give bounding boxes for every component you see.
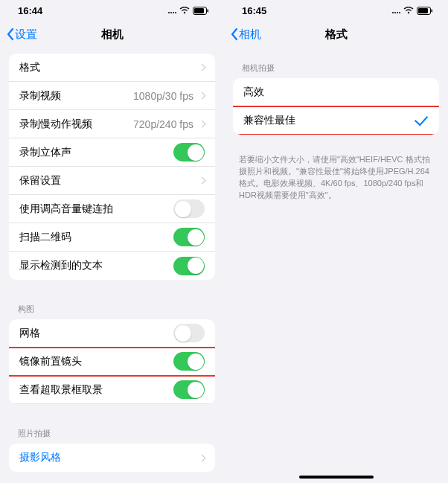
status-time: 16:45 xyxy=(242,5,266,16)
svg-point-4 xyxy=(184,12,185,13)
chevron-left-icon xyxy=(6,28,15,41)
row-most-compatible[interactable]: 兼容性最佳 xyxy=(233,106,439,135)
chevron-right-icon xyxy=(199,92,206,100)
chevron-left-icon xyxy=(230,28,239,41)
footer-format: 若要缩小文件大小，请使用"高效"HEIF/HEVC 格式拍摄照片和视频。"兼容性… xyxy=(224,150,448,209)
svg-rect-14 xyxy=(418,8,428,13)
switch-mirror-front[interactable] xyxy=(173,352,205,371)
row-grid[interactable]: 网格 xyxy=(9,319,215,348)
group-photo: 摄影风格 xyxy=(9,444,215,472)
section-header-photo: 照片拍摄 xyxy=(0,419,224,444)
svg-rect-7 xyxy=(208,9,209,12)
row-mirror-front[interactable]: 镜像前置镜头 xyxy=(9,348,215,376)
settings-content: 格式 录制视频 1080p/30 fps 录制慢动作视频 720p/240 fp… xyxy=(0,48,224,483)
svg-point-1 xyxy=(170,12,172,13)
row-label: 保留设置 xyxy=(19,174,61,188)
svg-rect-6 xyxy=(194,8,204,13)
row-label: 使用调高音量键连拍 xyxy=(19,202,113,216)
chevron-right-icon xyxy=(199,177,206,185)
row-photographic-styles[interactable]: 摄影风格 xyxy=(9,444,215,472)
svg-point-3 xyxy=(175,12,176,13)
svg-point-2 xyxy=(173,12,174,13)
row-record-video[interactable]: 录制视频 1080p/30 fps xyxy=(9,82,215,110)
row-label: 显示检测到的文本 xyxy=(19,259,103,272)
status-icons xyxy=(391,7,433,15)
cellular-icon xyxy=(391,7,400,14)
row-value: 1080p/30 fps xyxy=(133,90,205,102)
status-icons xyxy=(167,7,209,15)
row-stereo[interactable]: 录制立体声 xyxy=(9,138,215,167)
battery-icon xyxy=(193,7,209,15)
battery-icon xyxy=(417,7,433,15)
cellular-icon xyxy=(167,7,176,14)
back-label: 设置 xyxy=(15,28,37,42)
svg-point-0 xyxy=(168,12,170,13)
svg-point-8 xyxy=(392,12,394,13)
row-label: 摄影风格 xyxy=(19,451,61,464)
chevron-right-icon xyxy=(199,64,206,71)
row-detect-text[interactable]: 显示检测到的文本 xyxy=(9,252,215,280)
svg-point-10 xyxy=(397,12,398,13)
row-label: 查看超取景框取景 xyxy=(19,383,103,397)
status-time: 16:44 xyxy=(18,5,42,16)
svg-point-12 xyxy=(408,12,409,13)
row-high-efficiency[interactable]: 高效 xyxy=(233,78,439,106)
row-formats[interactable]: 格式 xyxy=(9,54,215,82)
row-scan-qr[interactable]: 扫描二维码 xyxy=(9,223,215,252)
switch-detect-text[interactable] xyxy=(173,257,205,275)
row-record-slomo[interactable]: 录制慢动作视频 720p/240 fps xyxy=(9,110,215,138)
formats-content: 相机拍摄 高效 兼容性最佳 若要缩小文件大小，请使用"高效"HEIF/HEVC … xyxy=(224,48,448,209)
switch-scan-qr[interactable] xyxy=(173,228,205,246)
section-header-camera-capture: 相机拍摄 xyxy=(224,54,448,78)
chevron-right-icon xyxy=(199,454,206,461)
wifi-icon xyxy=(179,7,190,14)
row-label: 录制慢动作视频 xyxy=(19,118,92,131)
group-capture: 格式 录制视频 1080p/30 fps 录制慢动作视频 720p/240 fp… xyxy=(9,54,215,280)
group-composition: 网格 镜像前置镜头 查看超取景框取景 xyxy=(9,319,215,404)
svg-rect-15 xyxy=(432,9,433,12)
switch-volume-burst[interactable] xyxy=(173,199,205,218)
row-label: 兼容性最佳 xyxy=(243,114,295,127)
status-bar: 16:44 xyxy=(0,0,224,21)
row-label: 网格 xyxy=(19,327,40,340)
status-bar: 16:45 xyxy=(224,0,448,21)
row-value xyxy=(193,178,205,183)
row-label: 格式 xyxy=(19,61,40,74)
wifi-icon xyxy=(403,7,414,14)
chevron-right-icon xyxy=(199,121,206,128)
row-label: 镜像前置镜头 xyxy=(19,355,82,368)
svg-point-11 xyxy=(399,12,400,13)
section-header-composition: 构图 xyxy=(0,295,224,319)
checkmark-icon xyxy=(415,118,429,123)
row-value xyxy=(193,65,205,70)
row-label: 高效 xyxy=(243,86,264,99)
home-indicator xyxy=(299,476,374,479)
row-value xyxy=(193,455,205,461)
camera-settings-screen: 16:44 设置 相机 格式 录制视频 1080p/30 fps 录制慢动作视频 xyxy=(0,0,224,483)
switch-grid[interactable] xyxy=(173,324,205,342)
back-button[interactable]: 相机 xyxy=(224,28,261,42)
row-volume-burst[interactable]: 使用调高音量键连拍 xyxy=(9,195,215,223)
nav-bar: 相机 格式 xyxy=(224,21,448,48)
switch-stereo[interactable] xyxy=(173,143,205,161)
row-preserve-settings[interactable]: 保留设置 xyxy=(9,167,215,195)
group-format-options: 高效 兼容性最佳 xyxy=(233,78,439,135)
back-label: 相机 xyxy=(239,28,261,42)
row-label: 录制视频 xyxy=(19,89,61,103)
back-button[interactable]: 设置 xyxy=(0,28,37,42)
row-view-outside-frame[interactable]: 查看超取景框取景 xyxy=(9,376,215,404)
row-value: 720p/240 fps xyxy=(133,118,205,130)
row-label: 录制立体声 xyxy=(19,146,71,159)
formats-screen: 16:45 相机 格式 相机拍摄 高效 兼容性最佳 若要缩小文件大小，请使用"高… xyxy=(224,0,448,483)
nav-bar: 设置 相机 xyxy=(0,21,224,48)
switch-view-outside-frame[interactable] xyxy=(173,380,205,399)
row-label: 扫描二维码 xyxy=(19,231,71,244)
svg-point-9 xyxy=(394,12,396,13)
